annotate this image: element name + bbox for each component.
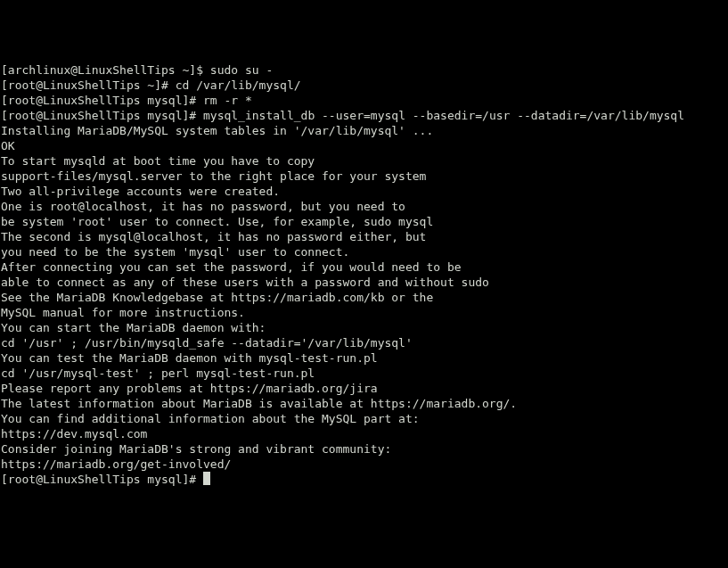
cursor-block [203,472,210,485]
output-line: Please report any problems at https://ma… [1,381,727,396]
output-line: OK [1,138,727,153]
output-line: Two all-privilege accounts were created. [1,184,727,199]
terminal-output[interactable]: [archlinux@LinuxShellTips ~]$ sudo su -[… [1,62,727,487]
output-line: Consider joining MariaDB's strong and vi… [1,441,727,457]
output-line: able to connect as any of these users wi… [1,275,727,290]
command-line: [root@LinuxShellTips mysql]# mysql_insta… [1,108,727,123]
command-line[interactable]: [root@LinuxShellTips mysql]# [1,472,727,487]
output-line: you need to be the system 'mysql' user t… [1,244,727,259]
command-line: [root@LinuxShellTips mysql]# rm -r * [1,93,727,108]
shell-prompt: [archlinux@LinuxShellTips ~]$ [1,63,210,77]
command-text: cd /var/lib/mysql/ [176,78,301,92]
output-line: After connecting you can set the passwor… [1,259,727,275]
output-line: MySQL manual for more instructions. [1,305,727,320]
command-text: mysql_install_db --user=mysql --basedir=… [203,109,684,122]
output-line: The second is mysql@localhost, it has no… [1,229,727,244]
output-line: The latest information about MariaDB is … [1,396,727,411]
output-line: You can test the MariaDB daemon with mys… [1,350,727,366]
output-line: You can find additional information abou… [1,411,727,426]
command-text: rm -r * [203,94,252,107]
output-line: To start mysqld at boot time you have to… [1,153,727,169]
output-line: You can start the MariaDB daemon with: [1,320,727,335]
command-line: [root@LinuxShellTips ~]# cd /var/lib/mys… [1,78,727,93]
shell-prompt: [root@LinuxShellTips mysql]# [1,473,203,486]
output-line: https://mariadb.org/get-involved/ [1,457,727,472]
output-line: Installing MariaDB/MySQL system tables i… [1,123,727,138]
shell-prompt: [root@LinuxShellTips mysql]# [1,109,203,122]
shell-prompt: [root@LinuxShellTips ~]# [1,78,176,92]
output-line: be system 'root' user to connect. Use, f… [1,214,727,229]
command-text: sudo su - [210,63,273,77]
output-line: cd '/usr' ; /usr/bin/mysqld_safe --datad… [1,335,727,350]
output-line: support-files/mysql.server to the right … [1,169,727,184]
output-line: https://dev.mysql.com [1,426,727,441]
output-line: See the MariaDB Knowledgebase at https:/… [1,290,727,305]
command-line: [archlinux@LinuxShellTips ~]$ sudo su - [1,62,727,78]
output-line: One is root@localhost, it has no passwor… [1,199,727,214]
output-line: cd '/usr/mysql-test' ; perl mysql-test-r… [1,366,727,381]
shell-prompt: [root@LinuxShellTips mysql]# [1,94,203,107]
